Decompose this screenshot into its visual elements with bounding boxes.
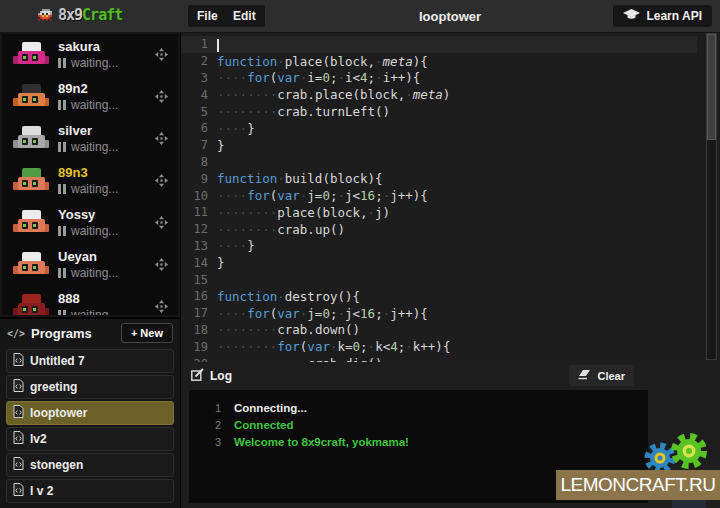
app-logo: 8x9Craft — [36, 6, 122, 24]
menu-file[interactable]: File — [188, 5, 227, 27]
code-line[interactable]: 14 } — [181, 254, 720, 271]
log-line-number: 2 — [189, 419, 221, 431]
program-item[interactable]: looptower — [6, 401, 174, 425]
pause-icon — [58, 226, 66, 236]
player-name: silver — [58, 123, 92, 138]
code-line[interactable]: 18 ········crab.down() — [181, 322, 720, 339]
line-number: 13 — [181, 239, 217, 253]
player-name: 89n3 — [58, 165, 88, 180]
crab-logo-icon — [36, 8, 54, 23]
program-file-icon — [13, 353, 24, 369]
player-name: Ueyan — [58, 249, 97, 264]
program-label: looptower — [30, 406, 87, 420]
player-row[interactable]: 89n3 waiting... — [2, 160, 178, 202]
code-line[interactable]: 5 ········crab.turnLeft() — [181, 103, 720, 120]
code-line[interactable]: 15 — [181, 271, 720, 288]
code-line[interactable]: 16 function·destroy(){ — [181, 288, 720, 305]
programs-panel: </> Programs + New Untitled 7 greeting l… — [0, 317, 180, 508]
line-number: 9 — [181, 172, 217, 186]
program-item[interactable]: l v 2 — [6, 479, 174, 503]
watermark-banner: LEMONCRAFT.RU — [556, 470, 720, 500]
code-line[interactable]: 2 function·place(block,·meta){ — [181, 53, 720, 70]
programs-list: Untitled 7 greeting looptower lv2 stoneg… — [0, 349, 180, 503]
move-crosshair-icon[interactable] — [155, 257, 168, 275]
code-brackets-icon: </> — [7, 328, 25, 339]
line-number: 17 — [181, 306, 217, 320]
program-item[interactable]: Untitled 7 — [6, 349, 174, 373]
player-status: waiting... — [58, 308, 118, 315]
code-line[interactable]: 12 ········crab.up() — [181, 221, 720, 238]
code-line[interactable]: 8 — [181, 154, 720, 171]
move-crosshair-icon[interactable] — [155, 173, 168, 191]
move-crosshair-icon[interactable] — [155, 299, 168, 315]
crab-avatar — [14, 209, 48, 237]
line-number: 6 — [181, 121, 217, 135]
crab-avatar — [14, 251, 48, 279]
code-line[interactable]: 3 ····for(var·i=0;·i<4;·i++){ — [181, 70, 720, 87]
log-title: Log — [210, 369, 232, 383]
program-item[interactable]: stonegen — [6, 453, 174, 477]
code-line[interactable]: 17 ····for(var·j=0;·j<16;·j++){ — [181, 305, 720, 322]
line-number: 10 — [181, 189, 217, 203]
code-editor[interactable]: 1 2 function·place(block,·meta){ 3 ····f… — [180, 32, 720, 362]
sidebar: sakura waiting... 89n2 waiting... — [0, 32, 180, 508]
code-line[interactable]: 13 ····} — [181, 238, 720, 255]
crab-avatar — [14, 41, 48, 69]
program-label: greeting — [30, 380, 77, 394]
line-number: 15 — [181, 273, 217, 287]
player-row[interactable]: 89n2 waiting... — [2, 76, 178, 118]
move-crosshair-icon[interactable] — [155, 131, 168, 149]
code-line[interactable]: 6 ····} — [181, 120, 720, 137]
line-number: 4 — [181, 88, 217, 102]
top-bar: 8x9Craft File Edit looptower Learn API — [0, 0, 720, 33]
player-row[interactable]: Yossy waiting... — [2, 202, 178, 244]
program-file-icon — [13, 431, 24, 447]
player-list: sakura waiting... 89n2 waiting... — [2, 34, 178, 315]
editor-scrollbar[interactable] — [706, 33, 717, 360]
code-line[interactable]: 19 ········for(var·k=0;·k<4;·k++){ — [181, 338, 720, 355]
clear-log-button[interactable]: Clear — [569, 365, 634, 386]
player-row[interactable]: sakura waiting... — [2, 34, 178, 76]
code-line[interactable]: 7 } — [181, 137, 720, 154]
program-label: l v 2 — [30, 484, 53, 498]
line-number: 2 — [181, 54, 217, 68]
player-status: waiting... — [58, 182, 118, 196]
code-line[interactable]: 1 — [181, 36, 697, 53]
menu-edit[interactable]: Edit — [224, 5, 265, 27]
line-number: 11 — [181, 205, 217, 219]
code-line[interactable]: 10 ····for(var·j=0;·j<16;·j++){ — [181, 187, 720, 204]
scrollbar-thumb[interactable] — [707, 34, 716, 140]
new-program-button[interactable]: + New — [121, 323, 173, 343]
program-item[interactable]: greeting — [6, 375, 174, 399]
move-crosshair-icon[interactable] — [155, 47, 168, 65]
log-line: 1 Connecting... — [189, 399, 648, 416]
move-crosshair-icon[interactable] — [155, 89, 168, 107]
player-row[interactable]: Ueyan waiting... — [2, 244, 178, 286]
line-number: 7 — [181, 138, 217, 152]
player-name: 888 — [58, 291, 80, 306]
pause-icon — [58, 310, 66, 315]
text-cursor — [217, 39, 219, 52]
program-item[interactable]: lv2 — [6, 427, 174, 451]
line-number: 18 — [181, 323, 217, 337]
line-number: 5 — [181, 105, 217, 119]
line-number: 12 — [181, 222, 217, 236]
code-line[interactable]: 20 ············crab.dig() — [181, 355, 720, 362]
programs-header: </> Programs + New — [0, 319, 180, 347]
learn-api-button[interactable]: Learn API — [613, 5, 712, 27]
code-line[interactable]: 4 ········crab.place(block,·meta) — [181, 86, 720, 103]
pause-icon — [58, 184, 66, 194]
gear-icon — [670, 432, 708, 474]
player-row[interactable]: silver waiting... — [2, 118, 178, 160]
program-file-icon — [13, 405, 24, 421]
player-row[interactable]: 888 waiting... — [2, 286, 178, 315]
program-label: lv2 — [30, 432, 47, 446]
line-number: 14 — [181, 256, 217, 270]
program-label: Untitled 7 — [30, 354, 85, 368]
crab-avatar — [14, 83, 48, 111]
code-line[interactable]: 11 ········place(block,·j) — [181, 204, 720, 221]
move-crosshair-icon[interactable] — [155, 215, 168, 233]
line-number: 1 — [181, 37, 217, 51]
code-line[interactable]: 9 function·build(block){ — [181, 170, 720, 187]
line-number: 3 — [181, 71, 217, 85]
